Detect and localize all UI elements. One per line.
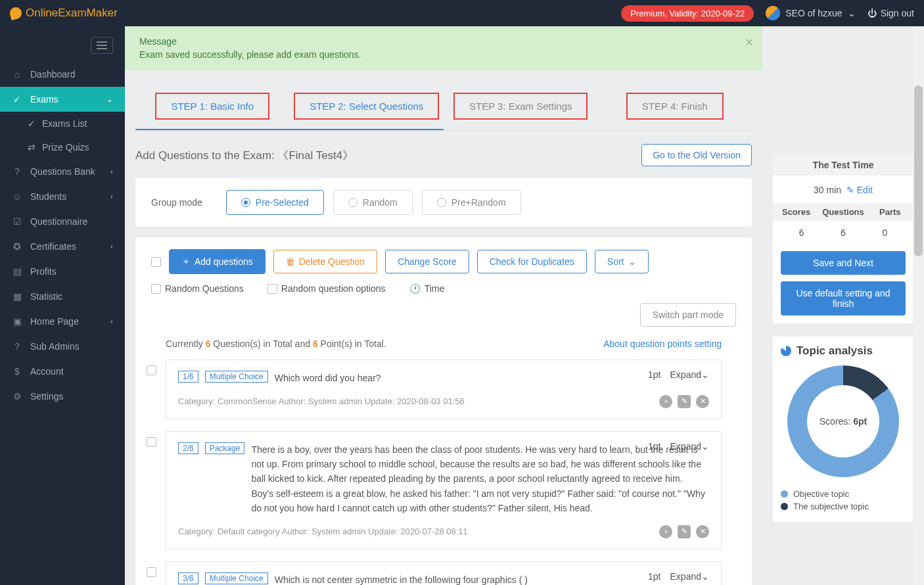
nav-sub-icon: ⇄ (28, 142, 35, 152)
user-menu[interactable]: SEO of hzxue ⌄ (766, 6, 855, 20)
question-text: Which word did you hear? (275, 371, 709, 385)
step-tabs: STEP 1: Basic InfoSTEP 2: Select Questio… (135, 83, 752, 131)
delete-question-button[interactable]: 🗑Delete Question (273, 250, 377, 273)
random-questions-option[interactable]: Random Questions (151, 283, 244, 294)
sidebar-sub-exams-list[interactable]: ✓Exams List (0, 112, 125, 135)
question-number: 3/6 (178, 573, 198, 584)
question-type-tag: Package (205, 442, 245, 454)
sidebar-item-sub-admins[interactable]: ?Sub Admins (0, 334, 125, 359)
chart-legend: Objective topic The subjective topic (781, 489, 906, 511)
nav-icon: ⌂ (12, 69, 22, 80)
scrollbar-thumb[interactable] (914, 85, 923, 256)
donut-chart: Scores: 6pt (787, 365, 899, 477)
td-questions: 6 (822, 227, 864, 238)
group-mode-panel: Group mode Pre-SelectedRandomPre+Random (135, 178, 752, 227)
points-setting-link[interactable]: About question points setting (603, 339, 722, 349)
edit-icon[interactable]: ✎ (678, 525, 691, 538)
step-3[interactable]: STEP 3: Exam Settings (444, 83, 598, 130)
random-options-option[interactable]: Random question options (267, 283, 386, 294)
sidebar-item-statistic[interactable]: ▦Statistic (0, 284, 125, 309)
sidebar-item-home-page[interactable]: ▣Home Page‹ (0, 309, 125, 334)
sidebar-toggle[interactable] (0, 26, 125, 62)
expand-button[interactable]: Expand⌄ (670, 369, 709, 380)
nav-label: Exams (30, 94, 58, 105)
group-mode-random[interactable]: Random (333, 190, 413, 215)
nav-label: Statistic (30, 291, 62, 302)
edit-time-button[interactable]: ✎ Edit (846, 185, 873, 195)
question-checkbox[interactable] (147, 437, 156, 447)
question-points: 1pt (648, 441, 660, 452)
topic-analysis-card: Topic analysis Scores: 6pt Objective top… (773, 337, 913, 522)
group-mode-pre-selected[interactable]: Pre-Selected (226, 190, 324, 215)
page-title: Add Questions to the Exam: 《Final Test4》 (135, 148, 354, 163)
sidebar-item-account[interactable]: $Account (0, 359, 125, 384)
save-next-button[interactable]: Save and Next (781, 251, 906, 275)
sidebar-item-settings[interactable]: ⚙Settings (0, 384, 125, 409)
group-mode-pre-random[interactable]: Pre+Random (422, 190, 521, 215)
td-parts: 0 (864, 227, 906, 238)
radio-label: Pre+Random (451, 197, 506, 208)
sidebar-item-certificates[interactable]: ✪Certificates‹ (0, 234, 125, 259)
brand-text: OnlineExamMaker (26, 7, 118, 20)
th-parts: Parts (867, 207, 913, 217)
question-number: 2/6 (178, 442, 198, 454)
nav-label: Dashboard (30, 69, 76, 80)
expand-button[interactable]: Expand⌄ (670, 571, 709, 582)
sidebar-item-questions-bank[interactable]: ?Questions Bank‹ (0, 159, 125, 184)
nav-label: Sub Admins (30, 341, 80, 352)
nav-icon: ? (12, 341, 22, 352)
switch-part-mode-button[interactable]: Switch part mode (640, 303, 736, 327)
sidebar-item-dashboard[interactable]: ⌂Dashboard (0, 62, 125, 87)
add-icon[interactable]: ＋ (659, 395, 672, 408)
scrollbar[interactable] (913, 26, 924, 585)
step-4[interactable]: STEP 4: Finish (598, 83, 752, 130)
add-questions-button[interactable]: ＋Add questions (169, 249, 266, 274)
radio-label: Random (363, 197, 398, 208)
delete-icon[interactable]: ✕ (696, 395, 709, 408)
time-option[interactable]: 🕐Time (409, 283, 445, 294)
nav-icon: ▦ (12, 291, 22, 302)
exam-name: 《Final Test4》 (277, 149, 354, 162)
question-toolbar: ＋Add questions 🗑Delete Question Change S… (151, 249, 736, 274)
old-version-button[interactable]: Go to the Old Version (641, 144, 752, 166)
sidebar-item-students[interactable]: ☺Students‹ (0, 184, 125, 209)
nav-sub-icon: ✓ (28, 118, 35, 129)
sidebar-item-questionnaire[interactable]: ☑Questionnaire (0, 209, 125, 234)
summary-table-head: Scores Questions Parts (773, 203, 913, 221)
chevron-icon: ⌄ (106, 95, 113, 104)
chevron-down-icon: ⌄ (701, 369, 709, 380)
expand-button[interactable]: Expand⌄ (670, 441, 709, 452)
question-text: Which is not center symmetric in the fol… (275, 573, 709, 585)
sidebar-item-exams[interactable]: ✓Exams⌄ (0, 87, 125, 112)
brand-logo[interactable]: OnlineExamMaker (10, 7, 118, 20)
step-1[interactable]: STEP 1: Basic Info (135, 83, 290, 130)
sort-button[interactable]: Sort ⌄ (595, 250, 649, 273)
question-checkbox[interactable] (147, 567, 156, 577)
question-checkbox[interactable] (147, 365, 156, 375)
step-label: STEP 4: Finish (626, 93, 724, 120)
select-all-checkbox[interactable] (151, 257, 161, 267)
delete-icon[interactable]: ✕ (696, 525, 709, 538)
test-time-card: The Test Time 30 min ✎ Edit Scores Quest… (773, 154, 913, 323)
totals-row: Currently 6 Question(s) in Total and 6 P… (166, 339, 722, 349)
close-icon[interactable]: × (745, 33, 753, 51)
sign-out-button[interactable]: ⏻ Sign out (867, 8, 914, 18)
check-duplicates-button[interactable]: Check for Duplicates (477, 250, 587, 273)
clock-icon: 🕐 (409, 283, 421, 294)
chevron-down-icon: ⌄ (701, 441, 709, 452)
chevron-icon: ‹ (110, 167, 113, 176)
success-alert: × Message Exam saved successfully, pleas… (125, 26, 762, 70)
edit-icon[interactable]: ✎ (678, 395, 691, 408)
sidebar-item-profits[interactable]: ▤Profits (0, 259, 125, 284)
sidebar-sub-prize-quizs[interactable]: ⇄Prize Quizs (0, 135, 125, 159)
radio-label: Pre-Selected (256, 197, 309, 208)
change-score-button[interactable]: Change Score (385, 250, 469, 273)
main-content: × Message Exam saved successfully, pleas… (125, 26, 924, 585)
default-finish-button[interactable]: Use default setting and finish (781, 281, 906, 316)
test-time-value: 30 min (814, 185, 841, 195)
add-icon[interactable]: ＋ (659, 525, 672, 538)
premium-badge: Premium, Validity: 2020-09-22 (621, 5, 754, 22)
chevron-down-icon: ⌄ (848, 8, 856, 18)
nav-label: Certificates (30, 241, 76, 252)
step-2[interactable]: STEP 2: Select Questions (290, 83, 444, 130)
